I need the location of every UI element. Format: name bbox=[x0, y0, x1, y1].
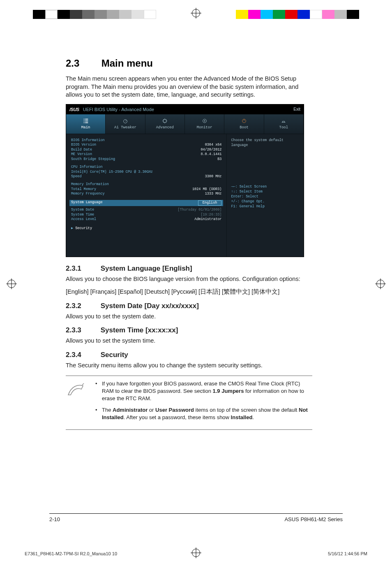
key-hint: +/-: Change Opt. bbox=[231, 199, 300, 204]
field-value: B3 bbox=[217, 157, 221, 162]
print-filename: E7361_P8H61-M2-TPM-SI R2.0_Manua10 10 bbox=[25, 551, 117, 556]
section-number: 2.3 bbox=[66, 58, 99, 69]
subsection-heading: 2.3.2 System Date [Day xx/xx/xxxx] bbox=[66, 302, 312, 310]
chevron-right-icon: ▶ bbox=[71, 226, 73, 230]
svg-rect-2 bbox=[164, 120, 166, 123]
field-label: System Time bbox=[71, 213, 94, 217]
tab-label: Main bbox=[81, 125, 90, 130]
key-hint: →←: Select Screen bbox=[231, 185, 300, 190]
subsection-heading: 2.3.3 System Time [xx:xx:xx] bbox=[66, 326, 312, 334]
field-label: ME Version bbox=[71, 152, 92, 157]
registration-mark-icon bbox=[376, 280, 385, 288]
print-timestamp: 5/16/12 1:44:56 PM bbox=[328, 551, 367, 556]
page-number: 2-10 bbox=[49, 516, 60, 522]
page-content: 2.3 Main menu The Main menu screen appea… bbox=[66, 58, 312, 430]
field-value: 1024 MB (DDR3) bbox=[192, 187, 221, 192]
gauge-icon bbox=[122, 118, 128, 124]
mem-info-heading: Memory Information bbox=[71, 182, 221, 187]
body-text: Allows you to set the system time. bbox=[66, 337, 312, 345]
exit-button[interactable]: Exit bbox=[291, 107, 300, 111]
field-value: 04/20/2012 bbox=[201, 148, 221, 152]
help-text: Choose the system default language bbox=[231, 138, 300, 148]
tab-label: Tool bbox=[279, 125, 288, 130]
section-heading: 2.3 Main menu bbox=[66, 58, 312, 69]
note-item: If you have forgotten your BIOS password… bbox=[95, 380, 312, 403]
bios-titlebar: /SUS UEFI BIOS Utility - Advanced Mode E… bbox=[66, 104, 304, 114]
field-label: Memory Frequency bbox=[71, 192, 105, 196]
product-name: ASUS P8H61-M2 Series bbox=[284, 516, 343, 522]
exit-label: Exit bbox=[293, 107, 300, 111]
tab-main[interactable]: Main bbox=[66, 114, 106, 134]
subsection-heading: 2.3.4 Security bbox=[66, 351, 312, 359]
system-time-field[interactable]: [19:26:33] bbox=[201, 213, 221, 217]
note-block: If you have forgotten your BIOS password… bbox=[66, 376, 312, 430]
body-text: The Security menu items allow you to cha… bbox=[66, 362, 312, 370]
subsection-title: Security bbox=[101, 351, 128, 359]
key-hint: ↑↓: Select Item bbox=[231, 190, 300, 195]
security-submenu[interactable]: ▶ Security bbox=[71, 226, 221, 231]
bios-info-heading: BIOS Information bbox=[71, 138, 221, 143]
body-text: Allows you to choose the BIOS language v… bbox=[66, 275, 312, 283]
subsection-heading: 2.3.1 System Language [English] bbox=[66, 264, 312, 273]
tab-label: Ai Tweaker bbox=[114, 125, 136, 130]
registration-mark-icon bbox=[7, 280, 16, 288]
key-hint: F1: General Help bbox=[231, 204, 300, 209]
note-icon bbox=[66, 380, 89, 426]
tab-label: Advanced bbox=[156, 125, 174, 130]
field-label: Build Date bbox=[71, 148, 92, 152]
field-value: Administrator bbox=[194, 217, 221, 222]
field-label: BIOS Version bbox=[71, 143, 96, 147]
cpu-info-heading: CPU Information bbox=[71, 165, 221, 169]
subsection-number: 2.3.3 bbox=[66, 326, 99, 334]
tab-advanced[interactable]: Advanced bbox=[145, 114, 185, 134]
tab-monitor[interactable]: Monitor bbox=[185, 114, 224, 134]
language-dropdown[interactable]: English bbox=[198, 200, 222, 206]
field-value: 0304 x64 bbox=[205, 143, 222, 147]
field-value: 8.0.4.1441 bbox=[201, 152, 221, 157]
tab-boot[interactable]: Boot bbox=[224, 114, 264, 134]
subsection-title: System Language [English] bbox=[101, 264, 192, 272]
bios-main-panel: BIOS Information BIOS Version0304 x64 Bu… bbox=[66, 134, 226, 257]
note-item: The Administrator or User Password items… bbox=[95, 406, 312, 421]
field-label: Total Memory bbox=[71, 187, 96, 192]
list-icon bbox=[83, 118, 89, 124]
bios-tab-bar: Main Ai Tweaker Advanced Monitor Boot To… bbox=[66, 114, 304, 134]
brand-logo: /SUS bbox=[69, 107, 79, 112]
field-label: South Bridge Stepping bbox=[71, 157, 115, 162]
field-label: Speed bbox=[71, 174, 82, 179]
bios-screenshot: /SUS UEFI BIOS Utility - Advanced Mode E… bbox=[66, 104, 304, 257]
section-title-text: Main menu bbox=[101, 58, 153, 69]
key-hints: →←: Select Screen ↑↓: Select Item Enter:… bbox=[231, 185, 300, 209]
subsection-number: 2.3.2 bbox=[66, 302, 99, 310]
tab-label: Monitor bbox=[197, 125, 212, 130]
language-options-list: [English] [Français] [Español] [Deutsch]… bbox=[66, 288, 312, 296]
monitor-icon bbox=[202, 118, 208, 124]
bios-help-panel: Choose the system default language →←: S… bbox=[226, 134, 304, 257]
field-label: System Language bbox=[71, 200, 103, 206]
tab-ai-tweaker[interactable]: Ai Tweaker bbox=[106, 114, 145, 134]
power-icon bbox=[241, 118, 247, 124]
subsection-title: System Time [xx:xx:xx] bbox=[101, 326, 178, 334]
system-date-field[interactable]: [Thursday 01/01/2009] bbox=[178, 208, 221, 212]
cpu-name: Intel(R) Core(TM) i5-2500 CPU @ 3.30GHz bbox=[71, 170, 221, 174]
chip-icon bbox=[162, 118, 168, 124]
subsection-title: System Date [Day xx/xx/xxxx] bbox=[101, 302, 199, 310]
subsection-number: 2.3.1 bbox=[66, 264, 99, 273]
field-label: Access Level bbox=[71, 217, 96, 222]
system-language-row[interactable]: System Language English bbox=[69, 200, 223, 206]
page-footer: 2-10 ASUS P8H61-M2 Series bbox=[49, 513, 343, 522]
bios-header-title: UEFI BIOS Utility - Advanced Mode bbox=[83, 107, 154, 112]
body-text: Allows you to set the system date. bbox=[66, 313, 312, 321]
key-hint: Enter: Select bbox=[231, 195, 300, 199]
registration-mark-icon bbox=[192, 9, 200, 17]
security-label: Security bbox=[75, 226, 92, 230]
note-list: If you have forgotten your BIOS password… bbox=[95, 380, 312, 426]
tab-label: Boot bbox=[240, 125, 249, 130]
tool-icon bbox=[281, 118, 286, 124]
print-job-footer: E7361_P8H61-M2-TPM-SI R2.0_Manua10 10 5/… bbox=[25, 551, 367, 556]
subsection-number: 2.3.4 bbox=[66, 351, 99, 359]
tab-tool[interactable]: Tool bbox=[264, 114, 304, 134]
field-label: System Date bbox=[71, 208, 94, 212]
svg-point-4 bbox=[204, 121, 205, 122]
intro-paragraph: The Main menu screen appears when you en… bbox=[66, 75, 312, 99]
